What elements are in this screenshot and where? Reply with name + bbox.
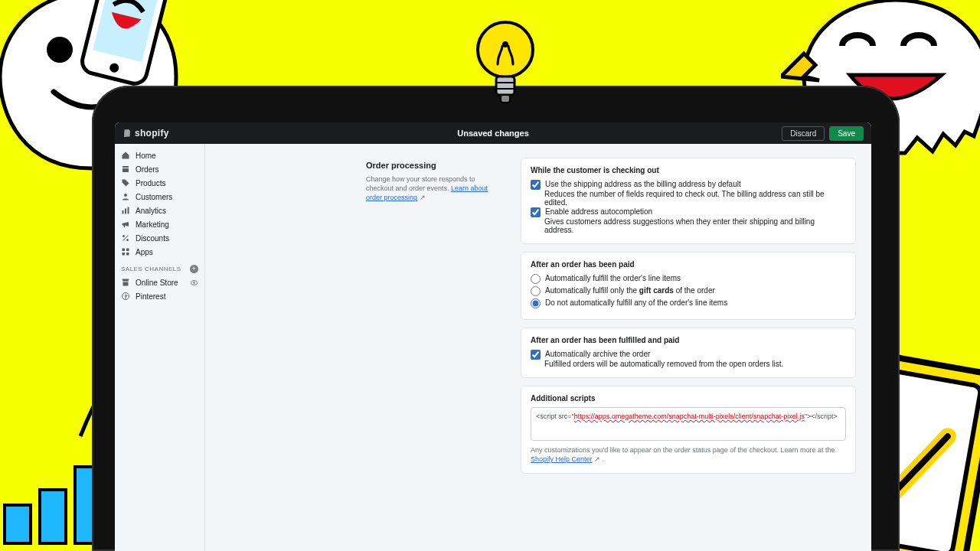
megaphone-icon xyxy=(121,220,130,229)
home-icon xyxy=(121,151,130,160)
card-title: After an order has been paid xyxy=(531,260,846,269)
svg-point-20 xyxy=(122,235,125,237)
nav-products[interactable]: Products xyxy=(115,176,204,190)
unsaved-status: Unsaved changes xyxy=(457,129,529,138)
laptop-frame: shopify Unsaved changes Discard Save Hom… xyxy=(92,86,900,551)
card-checkout: While the customer is checking out Use t… xyxy=(521,158,856,244)
eye-icon[interactable] xyxy=(189,278,198,287)
channel-pinterest[interactable]: Pinterest xyxy=(115,289,204,303)
nav-analytics[interactable]: Analytics xyxy=(115,204,204,217)
analytics-icon xyxy=(121,206,130,215)
radio-fulfill-all[interactable]: Automatically fulfill the order's line i… xyxy=(531,273,846,284)
discard-button[interactable]: Discard xyxy=(782,126,825,141)
svg-rect-10 xyxy=(5,505,31,543)
svg-point-21 xyxy=(126,239,129,241)
card-title: While the customer is checking out xyxy=(531,166,846,174)
opt-sub: Reduces the number of fields required to… xyxy=(544,190,846,207)
nav-discounts[interactable]: Discounts xyxy=(115,231,204,245)
svg-point-16 xyxy=(124,194,127,197)
nav-home[interactable]: Home xyxy=(115,148,204,162)
nav-marketing[interactable]: Marketing xyxy=(115,217,204,231)
topbar: shopify Unsaved changes Discard Save xyxy=(115,122,871,144)
help-center-link[interactable]: Shopify Help Center xyxy=(531,455,593,463)
svg-point-0 xyxy=(47,37,73,63)
nav-label: Apps xyxy=(136,248,153,256)
svg-rect-22 xyxy=(122,249,126,252)
external-icon: ↗ xyxy=(420,194,426,201)
person-icon xyxy=(121,192,130,201)
checkbox-autocomplete[interactable] xyxy=(531,207,541,217)
card-title: After an order has been fulfilled and pa… xyxy=(531,336,846,344)
nav-label: Analytics xyxy=(136,207,166,215)
shopify-logo-icon xyxy=(122,129,132,138)
svg-point-4 xyxy=(478,22,533,77)
svg-rect-9 xyxy=(501,95,510,103)
svg-rect-23 xyxy=(126,249,129,252)
radio-input[interactable] xyxy=(531,298,541,308)
nav-label: Discounts xyxy=(136,234,169,243)
scripts-help: Any customizations you'd like to appear … xyxy=(531,445,846,464)
opt-sub: Gives customers address suggestions when… xyxy=(544,217,846,234)
nav-apps[interactable]: Apps xyxy=(115,245,204,259)
nav-customers[interactable]: Customers xyxy=(115,190,204,204)
svg-point-27 xyxy=(193,282,194,283)
brand-name: shopify xyxy=(135,128,169,139)
decoration-lightbulb xyxy=(475,15,536,115)
nav-label: Home xyxy=(136,152,156,160)
app-window: shopify Unsaved changes Discard Save Hom… xyxy=(115,122,871,551)
save-button[interactable]: Save xyxy=(829,126,864,141)
sidebar: Home Orders Products Customers Analytics xyxy=(115,144,205,551)
card-fulfilled: After an order has been fulfilled and pa… xyxy=(521,328,856,378)
radio-input[interactable] xyxy=(531,286,541,296)
radio-fulfill-none[interactable]: Do not automatically fulfill any of the … xyxy=(531,298,846,308)
opt-autocomplete[interactable]: Enable address autocompletion xyxy=(531,207,846,217)
opt-archive[interactable]: Automatically archive the order xyxy=(531,349,846,360)
nav-label: Marketing xyxy=(136,220,169,229)
orders-icon xyxy=(121,165,130,174)
opt-sub: Fulfilled orders will be automatically r… xyxy=(544,360,846,368)
radio-fulfill-gift[interactable]: Automatically fulfill only the gift card… xyxy=(531,285,846,296)
svg-rect-11 xyxy=(40,490,66,543)
nav-label: Products xyxy=(136,179,165,187)
opt-use-shipping[interactable]: Use the shipping address as the billing … xyxy=(531,179,846,190)
channel-online-store[interactable]: Online Store xyxy=(115,276,204,289)
card-title: Additional scripts xyxy=(531,394,846,403)
svg-rect-17 xyxy=(122,210,124,214)
svg-point-5 xyxy=(502,41,508,47)
section-description: Change how your store responds to checko… xyxy=(366,174,504,202)
settings-panel: Order processing Change how your store r… xyxy=(205,144,871,551)
add-channel-button[interactable]: + xyxy=(190,265,198,273)
apps-icon xyxy=(121,247,130,256)
sales-channels-header: SALES CHANNELS xyxy=(121,266,181,272)
percent-icon xyxy=(121,233,130,243)
svg-rect-18 xyxy=(125,209,126,214)
card-paid: After an order has been paid Automatical… xyxy=(521,252,856,320)
svg-rect-19 xyxy=(128,207,129,214)
external-icon: ↗ xyxy=(594,455,600,463)
svg-rect-6 xyxy=(496,77,514,95)
brand: shopify xyxy=(122,128,169,139)
svg-rect-25 xyxy=(126,253,129,256)
pinterest-icon xyxy=(121,292,130,301)
nav-label: Orders xyxy=(136,165,159,174)
checkbox-archive[interactable] xyxy=(531,350,541,360)
card-scripts: Additional scripts <script src="https://… xyxy=(521,386,856,474)
additional-scripts-input[interactable]: <script src="https://apps.omegatheme.com… xyxy=(531,407,846,441)
nav-label: Online Store xyxy=(136,279,184,287)
nav-label: Pinterest xyxy=(136,292,165,301)
radio-input[interactable] xyxy=(531,274,541,284)
nav-orders[interactable]: Orders xyxy=(115,162,204,176)
section-title: Order processing xyxy=(366,161,504,170)
tag-icon xyxy=(121,178,130,187)
store-icon xyxy=(121,278,130,287)
svg-rect-24 xyxy=(122,253,126,256)
nav-label: Customers xyxy=(136,193,172,201)
checkbox-use-shipping[interactable] xyxy=(531,180,541,190)
